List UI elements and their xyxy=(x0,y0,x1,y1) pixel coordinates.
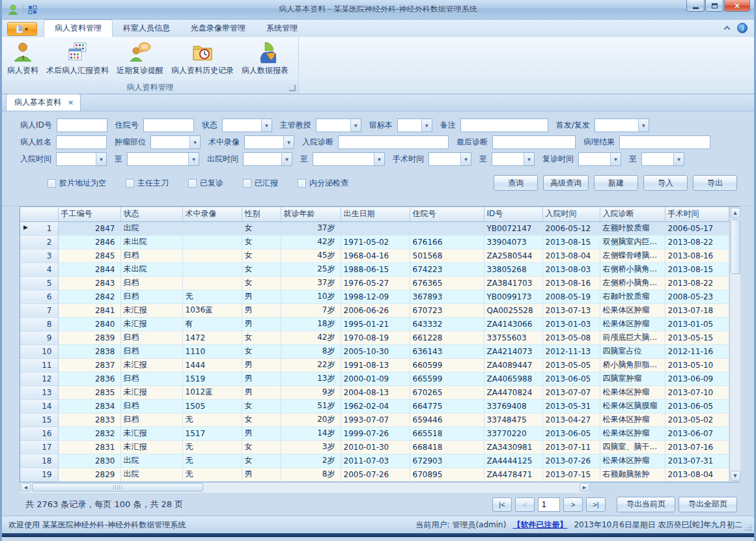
cell[interactable]: 2006-05-17 xyxy=(665,221,729,235)
cell[interactable]: 2841 xyxy=(58,303,120,317)
cell[interactable]: 670723 xyxy=(410,303,484,317)
ribbon-tab-department-staff[interactable]: 科室人员信息 xyxy=(113,20,180,37)
cell[interactable]: 归档 xyxy=(120,372,182,385)
cell[interactable]: 2013-04-27 xyxy=(542,413,600,426)
cell[interactable]: 2013-05-05 xyxy=(542,358,600,372)
horizontal-scrollbar-thumb[interactable] xyxy=(32,483,203,492)
table-row[interactable]: 112837未汇报1444男22岁1991-08-13660599ZA40894… xyxy=(20,358,729,372)
cell[interactable]: 1444 xyxy=(182,358,242,372)
cell[interactable]: 2013-05-02 xyxy=(665,413,729,426)
tab-patient-basic-info[interactable]: 病人基本资料 × xyxy=(6,94,81,111)
row-header[interactable]: 18 xyxy=(20,454,58,467)
table-row[interactable]: 102838归档1110女8岁2005-10-30636143ZA4214073… xyxy=(20,344,729,358)
cell[interactable]: 无 xyxy=(182,440,242,454)
table-row[interactable]: 72841未汇报1036蓝男7岁2006-06-26670723QA002552… xyxy=(20,303,729,317)
surgery-time-from[interactable]: ▼ xyxy=(428,152,471,166)
row-header[interactable]: 8 xyxy=(20,317,58,331)
cell[interactable]: 松果体区肿瘤 xyxy=(600,303,665,317)
table-row[interactable]: 32845归档女45岁1968-04-16501568ZA25805442013… xyxy=(20,249,729,262)
column-header[interactable]: 术中录像 xyxy=(182,207,242,221)
cell[interactable]: 右颞叶胶质瘤 xyxy=(600,290,665,303)
vertical-scrollbar[interactable]: ▲ ▼ xyxy=(729,207,740,482)
cell[interactable]: 女 xyxy=(242,235,281,249)
cell[interactable]: 未汇报 xyxy=(120,303,182,317)
checkbox-reported[interactable]: 已汇报 xyxy=(243,178,278,189)
ribbon-tab-disc-video[interactable]: 光盘录像带管理 xyxy=(180,20,256,37)
cell[interactable]: 2013-08-04 xyxy=(542,249,600,262)
cell[interactable]: 672903 xyxy=(410,454,484,467)
cell[interactable]: 2013-07-15 xyxy=(542,467,600,481)
cell[interactable]: 1968-04-16 xyxy=(341,249,410,262)
cell[interactable]: 无 xyxy=(182,290,242,303)
cell[interactable]: 661228 xyxy=(410,331,484,344)
cell[interactable]: 男 xyxy=(242,358,281,372)
cell[interactable]: 33904073 xyxy=(484,235,542,249)
revisit-time-from[interactable]: ▼ xyxy=(578,152,621,166)
registered-link[interactable]: 【软件已注册】 xyxy=(512,520,567,531)
cell[interactable]: 2013-06-05 xyxy=(665,399,729,413)
table-row[interactable]: 122836归档1519男13岁2000-01-09665599ZA406598… xyxy=(20,372,729,385)
cell[interactable]: 2013-07-10 xyxy=(665,385,729,399)
cell[interactable]: 女 xyxy=(242,440,281,454)
cell[interactable]: 松果体区肿瘤 xyxy=(600,426,665,440)
cell[interactable]: 松果体区肿瘤 xyxy=(600,317,665,331)
resize-grip[interactable] xyxy=(744,523,752,531)
table-row[interactable]: 162832未汇报1517男14岁1999-07-266655183377022… xyxy=(20,426,729,440)
cell[interactable]: ZA2580544 xyxy=(484,249,542,262)
cell[interactable]: 1012蓝 xyxy=(182,385,242,399)
cell[interactable]: 2842 xyxy=(58,290,120,303)
cell[interactable]: ZA3841703 xyxy=(484,276,542,290)
cell[interactable]: 2013-07-07 xyxy=(542,385,600,399)
patient-name-input[interactable] xyxy=(56,135,107,149)
cell[interactable]: 2013-07-31 xyxy=(665,454,729,467)
export-all-pages-button[interactable]: 导出全部页 xyxy=(679,497,737,512)
cell[interactable]: 无 xyxy=(182,413,242,426)
cell[interactable]: 3岁 xyxy=(281,440,341,454)
prev-page-button[interactable]: < xyxy=(515,497,535,512)
checkbox-revisited[interactable]: 已复诊 xyxy=(188,178,223,189)
cell[interactable]: 2013-08-16 xyxy=(665,249,729,262)
row-selector-header[interactable] xyxy=(20,207,58,221)
scroll-left-icon[interactable]: ◀ xyxy=(21,483,31,492)
tumor-site-select[interactable]: ▼ xyxy=(150,135,201,149)
table-row[interactable]: 52843归档女37岁1976-05-27676365ZA38417032013… xyxy=(20,276,729,290)
scroll-up-icon[interactable]: ▲ xyxy=(731,208,740,218)
column-header[interactable]: 入院诊断 xyxy=(600,207,665,221)
horizontal-scrollbar[interactable]: ◀ ▶ xyxy=(20,482,591,493)
cell[interactable]: 9岁 xyxy=(281,385,341,399)
postop-report-button[interactable]: 术后病人汇报资料 xyxy=(42,39,113,77)
first-recur-select[interactable]: ▼ xyxy=(595,118,649,132)
cell[interactable]: 女 xyxy=(242,249,281,262)
table-row[interactable]: 92839归档1472女42岁1970-08-19661228337556032… xyxy=(20,331,729,344)
cell[interactable]: ZA4214073 xyxy=(484,344,542,358)
cell[interactable]: 676166 xyxy=(410,235,484,249)
cell[interactable]: 2013-08-04 xyxy=(665,467,729,481)
cell[interactable]: 643332 xyxy=(410,317,484,331)
cell[interactable]: 未出院 xyxy=(120,262,182,276)
cell[interactable]: YB0099173 xyxy=(484,290,542,303)
patient-info-button[interactable]: 病人资料 xyxy=(3,39,42,77)
row-header[interactable]: 4 xyxy=(20,262,58,276)
cell[interactable]: 1517 xyxy=(182,426,242,440)
table-row[interactable]: 62842归档无男10岁1998-12-09367893YB0099173200… xyxy=(20,290,729,303)
cell[interactable]: 2013-07-11 xyxy=(542,440,600,454)
cell[interactable]: 37岁 xyxy=(281,221,341,235)
cell[interactable]: 2834 xyxy=(58,399,120,413)
row-header[interactable]: 6 xyxy=(20,290,58,303)
cell[interactable]: 男 xyxy=(242,467,281,481)
minimize-button[interactable] xyxy=(686,0,705,12)
cell[interactable]: 42岁 xyxy=(281,331,341,344)
discharge-time-to[interactable]: ▼ xyxy=(313,152,385,166)
row-header[interactable]: 9 xyxy=(20,331,58,344)
ribbon-tab-system[interactable]: 系统管理 xyxy=(256,20,308,37)
cell[interactable]: 男 xyxy=(242,290,281,303)
cell[interactable]: 女 xyxy=(242,221,281,235)
cell[interactable]: 2832 xyxy=(58,426,120,440)
remark-input[interactable] xyxy=(460,118,548,132)
scroll-down-icon[interactable]: ▼ xyxy=(731,471,740,481)
cell[interactable]: 33769408 xyxy=(484,399,542,413)
cell[interactable]: 归档 xyxy=(120,399,182,413)
cell[interactable]: 42岁 xyxy=(281,235,341,249)
professor-select[interactable]: ▼ xyxy=(316,118,361,132)
cell[interactable]: 无 xyxy=(182,467,242,481)
